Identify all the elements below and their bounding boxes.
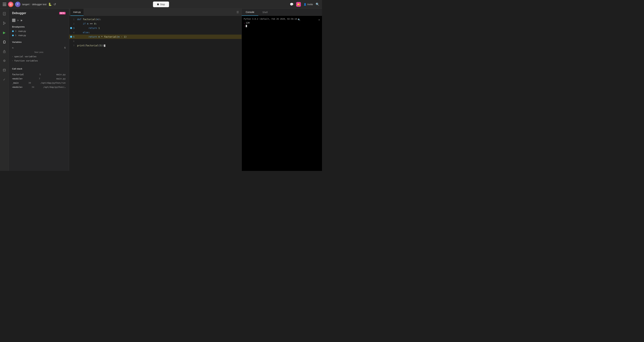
line-num-6: 6 (69, 40, 77, 43)
topbar-left: T tangert / debugger test 🐍 ↺ (3, 2, 107, 7)
line-code-4: else: (77, 31, 90, 34)
shell-tab-label: Shell (262, 11, 268, 14)
code-line-3: 3 return 1 (69, 26, 242, 30)
close-console-button[interactable]: ✕ (318, 18, 320, 21)
settings-icon[interactable]: ⚙ (1, 58, 8, 64)
console-topbar: Python 3.8.2 (default, Feb 26 2020, 02:5… (244, 18, 320, 22)
line-num-7: 7 (69, 44, 77, 47)
callstack-section: factorial 5 main.py <module> 7 main.py _… (9, 71, 69, 90)
special-variables-label: special variables (14, 55, 36, 58)
database-icon[interactable] (1, 67, 8, 73)
step-into-button[interactable]: » (20, 18, 22, 22)
editor-tab-main-py[interactable]: main.py (70, 9, 84, 16)
editor-tab-label: main.py (73, 11, 81, 13)
play-icon[interactable]: ▶ (1, 30, 8, 36)
svg-point-8 (3, 69, 6, 70)
code-editor[interactable]: 1 def factorial(n): 2 if n == 0: 3 retur… (69, 16, 242, 171)
breakpoint-file-2: main.py (18, 34, 26, 37)
console-input-line[interactable]: › (244, 25, 320, 27)
breadcrumb-project[interactable]: debugger test (32, 3, 46, 6)
code-line-6: 6 (69, 39, 242, 43)
file-icon[interactable] (1, 11, 8, 17)
breadcrumb-separator: / (30, 3, 31, 6)
line-num-1: 1 (69, 18, 77, 21)
topbar-right: 💬 🔔 👤 Invite 🔍 (215, 2, 319, 7)
callstack-name-2: <module> (12, 77, 23, 80)
line-num-4: 4 (69, 31, 77, 34)
breakpoint-marker-3 (70, 27, 72, 29)
line-code-1: def factorial(n): (77, 18, 101, 21)
person-icon: 👤 (304, 3, 306, 6)
notification-icon[interactable]: 🔔 (296, 2, 301, 7)
line-code-5: return n * factorial(n - 1) (77, 35, 126, 38)
right-tabs: Console Shell (242, 9, 322, 16)
line-code-3: return 1 (77, 27, 100, 29)
breakpoint-line-2: 5 (15, 34, 16, 37)
lock-icon[interactable] (1, 48, 8, 54)
callstack-line-3: 30 (28, 82, 31, 84)
expand-arrow-2: › (12, 60, 13, 62)
debug-stop-button[interactable] (12, 19, 16, 22)
beta-badge: BETA (59, 12, 66, 15)
debugger-icon[interactable] (1, 39, 8, 45)
git-icon[interactable] (1, 20, 8, 26)
avatar[interactable]: T (15, 2, 20, 7)
code-line-2: 2 if n == 0: (69, 22, 242, 26)
callstack-file-1: main.py (56, 73, 66, 76)
special-variables-item[interactable]: › special variables (9, 54, 69, 59)
invite-label: Invite (308, 3, 313, 6)
editor-menu-icon[interactable]: ☰ (235, 11, 240, 14)
variable-n-value: 5 (64, 47, 66, 49)
console-header-text: Python 3.8.2 (default, Feb 26 2020, 02:5… (244, 18, 297, 20)
callstack-row-1: factorial 5 main.py (9, 72, 69, 77)
step-over-button[interactable]: › (18, 19, 18, 22)
callstack-name-1: factorial (12, 73, 24, 76)
callstack-line-2: 7 (39, 77, 40, 80)
editor-tabs: main.py ☰ (69, 9, 242, 16)
svg-point-7 (4, 52, 4, 52)
svg-point-3 (3, 24, 4, 25)
console-cursor (246, 25, 247, 27)
breadcrumb-user[interactable]: tangert (22, 3, 30, 6)
shell-tab[interactable]: Shell (258, 9, 272, 16)
callstack-row-2: <module> 7 main.py (9, 77, 69, 81)
chat-icon[interactable]: 💬 (290, 3, 294, 6)
svg-point-2 (3, 22, 4, 23)
search-console-icon[interactable]: 🔍 (298, 19, 300, 21)
stop-square-icon (157, 4, 159, 5)
breakpoint-dot-2 (12, 35, 14, 36)
svg-rect-1 (3, 12, 6, 15)
console-arrow-icon: › (244, 22, 245, 24)
console-output-120: 120 (246, 22, 250, 24)
callstack-row-4: <module> 34 /opt/dap/python/… (9, 85, 69, 89)
logo-icon (8, 2, 14, 7)
stop-button[interactable]: Stop (153, 2, 169, 7)
line-code-7: print(factorial(5)) (77, 44, 105, 47)
console-tab[interactable]: Console (242, 9, 258, 16)
search-icon[interactable]: 🔍 (316, 3, 319, 6)
breakpoint-dot-1 (12, 30, 14, 32)
function-variables-item[interactable]: › function variables (9, 59, 69, 63)
callstack-row-3: _main 30 /opt/dap/python/run (9, 81, 69, 85)
callstack-name-4: <module> (12, 86, 23, 88)
python-icon: 🐍 (48, 3, 52, 6)
refresh-icon[interactable]: ↺ (54, 3, 57, 6)
console-prompt-arrow: › 120 (244, 22, 320, 25)
function-variables-label: function variables (14, 59, 38, 62)
svg-rect-5 (4, 41, 5, 43)
check-icon[interactable]: ✓ (1, 77, 8, 83)
editor-area: main.py ☰ 1 def factorial(n): 2 if n == … (69, 9, 242, 171)
breakpoint-marker-5 (70, 36, 72, 38)
breakpoint-file-1: main.py (18, 30, 26, 32)
breadcrumb: tangert / debugger test (22, 3, 46, 6)
callstack-section-title: Call stack (9, 66, 69, 71)
topbar-center: Stop (109, 2, 213, 7)
code-line-5: 5 return n * factorial(n - 1) (69, 35, 242, 39)
invite-button[interactable]: 👤 Invite (304, 3, 313, 6)
variables-section-title: Variables (9, 40, 69, 44)
callstack-file-2: main.py (56, 77, 66, 80)
hamburger-icon[interactable] (3, 3, 6, 6)
callstack-line-1: 5 (40, 73, 41, 76)
see-less-button[interactable]: See Less (9, 50, 69, 54)
console-input-arrow: › (244, 25, 245, 27)
